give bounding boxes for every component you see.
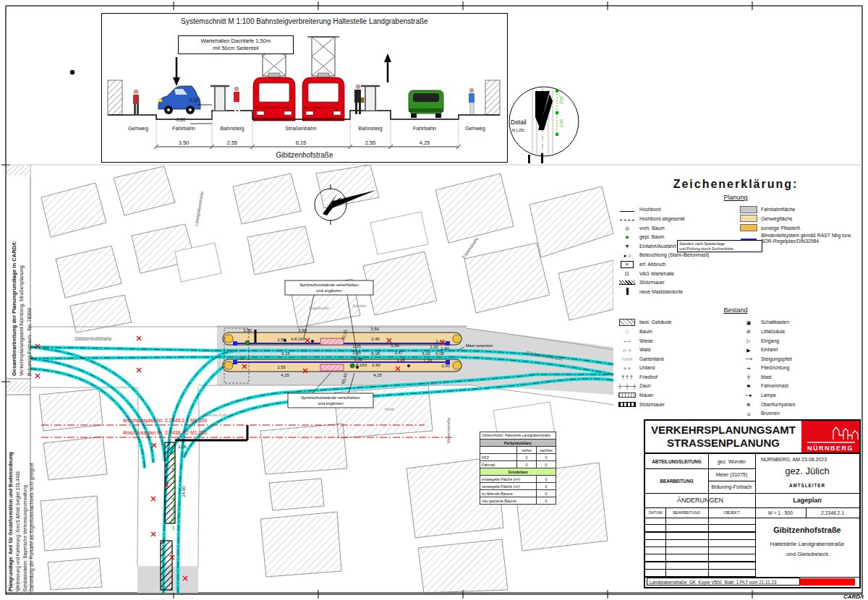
fliessrichtung-icon: ⇝ [736, 366, 761, 371]
cross-section-title: Systemschnitt M 1:100 Bahnsteigverbreite… [102, 17, 507, 25]
legend-item: ┼Mast [736, 373, 856, 382]
building-label-kiosk: Kiosk [385, 407, 394, 411]
einfahrt-icon: ▶ [736, 348, 761, 353]
swatch-fahrbahn [736, 206, 761, 214]
legend-item: Hochbord abgesenkt [615, 215, 736, 224]
table-row: entsiegelte Fläche (m²)0 [480, 476, 556, 483]
legend-item: Fahrbahnfläche [736, 205, 856, 215]
gartenland-icon: ∩∩∩ [615, 356, 639, 361]
sidebar-credits-top: Gesamtbearbeitung der Planungrundlage in… [10, 162, 33, 376]
zone-label: Gehweg [115, 125, 161, 132]
zone-label: Bahnsteig [347, 125, 393, 132]
project-title: Gibitzenhofstraße [755, 526, 859, 534]
mast-bar-icon [615, 288, 639, 296]
svg-text:2,60: 2,60 [372, 363, 380, 367]
street-name: Gibitzenhofstraße [102, 151, 507, 159]
legend-item: † † †Friedhof [615, 373, 736, 382]
legend-item: ▶Einfahrt [736, 346, 856, 355]
street-label-south: Maiernstraße [446, 417, 451, 443]
svg-text:1,35: 1,35 [354, 357, 362, 361]
swatch-pflaster [736, 224, 761, 232]
car-green [409, 90, 443, 118]
table-row: Fahrrad00 [480, 461, 556, 468]
building-icon [615, 319, 639, 327]
aenderungen-empty-rows [645, 518, 755, 577]
branch-platforms [161, 425, 247, 590]
svg-text:3,20: 3,20 [422, 351, 430, 356]
table-header: Gibitzenhofstr. Haltestelle Landgrabenst… [480, 432, 556, 440]
zone-label: Gehweg [452, 125, 498, 132]
svg-text:4,25: 4,25 [373, 373, 382, 377]
steigungspfeil-icon: ⟶ [736, 356, 761, 361]
dimension-value: 6,15 [283, 140, 319, 146]
callout-text: und ergänzen [318, 401, 343, 406]
hydrant-icon: ⊕ [736, 402, 761, 407]
abteilungsleitung-label: ABTEILUNGSLEITUNG [645, 454, 708, 468]
detail-label: Detail [511, 119, 527, 126]
legend-item: ⚑Fahnenmast [736, 382, 856, 391]
tree-dashed-icon: ◌ [615, 328, 639, 335]
friedhof-icon: † † † [615, 374, 639, 380]
building-label-juwelier: Juwelier [352, 304, 367, 308]
street-label-west: Gibitzenhofstraße [75, 336, 112, 341]
legend-item: ▣Schaltkasten [736, 318, 856, 327]
svg-text:2,00: 2,00 [441, 364, 450, 368]
dashed-line-icon [615, 216, 639, 221]
legend-item: ⊕Oberflurhydrant [736, 400, 856, 409]
legend-item: best. Gebäude [615, 318, 736, 327]
project-sub-2: und Gleisdreieck [755, 551, 859, 557]
anschluss-label-1: Anschlussplan Nr. 2.2346.2.1 M1:500 [123, 418, 207, 424]
card-t-credit: CARD/t [843, 593, 864, 600]
pedestrian-figure [469, 88, 475, 114]
tree-outline-icon: ◎ [615, 226, 639, 231]
legend-item: ⟶Steigungspfeil [736, 354, 856, 364]
svg-text:1,06: 1,06 [178, 445, 187, 449]
reference-dot [70, 70, 75, 74]
hatch-bar-icon [615, 280, 639, 286]
fahnenmast-icon: ⚑ [736, 384, 761, 389]
line-icon [615, 207, 639, 213]
legend-item: ┼─┼─┼Zaun [615, 382, 736, 391]
legend: Zeichenerklärung: Planung Hochbord Hochb… [615, 178, 856, 418]
legend-item: – –Wiese [615, 336, 736, 346]
retaining-wall [485, 80, 500, 115]
legend-item: Gehwegfläche [736, 215, 856, 224]
legend-item: neue Maststandorte [615, 287, 736, 296]
svg-text:2,55: 2,55 [277, 365, 286, 369]
table-row: vorhernachher [480, 447, 556, 454]
red-marker-bar [800, 578, 855, 586]
eingang-icon: ▷ [736, 338, 761, 343]
svg-text:1,32: 1,32 [430, 345, 438, 349]
svg-text:4,25: 4,25 [281, 373, 289, 377]
bearbeitung-label: BEARBEITUNG [645, 468, 708, 493]
svg-text:3,65: 3,65 [352, 351, 361, 355]
gepl-baum-note: Standort nach Spartenlage und Prüfung du… [677, 240, 762, 252]
zone-label: Bahnsteig [209, 125, 255, 132]
mauer-icon [615, 393, 639, 398]
cross-section-drawing [102, 14, 506, 160]
litfasssaeule-icon: ⊘ [736, 329, 761, 334]
direction-arrow-down [173, 57, 180, 86]
signature: gez. Jülich [755, 466, 859, 476]
detail-scale: M 1:250 [512, 129, 524, 132]
legend-title: Zeichenerklärung: [615, 178, 856, 191]
mast-note-text: Mast versetzen [466, 343, 493, 348]
table-row: zu fällende Bäume0 [480, 490, 556, 497]
section-header: Parkplatzbilanz [480, 440, 556, 447]
signature-role: AMTSLEITER [755, 483, 859, 488]
zone-label: Straßenbahn [278, 125, 324, 132]
city-date: NÜRNBERG, AM 23.08.2023 [761, 457, 856, 462]
svg-text:3,50: 3,50 [370, 327, 379, 331]
retaining-wall [108, 80, 122, 115]
dimension-value: 2,55 [352, 140, 388, 146]
triangle-icon: ▼ [615, 244, 639, 249]
legend-item: ◌Baum [615, 327, 736, 337]
project-sub-1: Haltestelle Landgrabenstraße [755, 541, 859, 547]
site-plan: Anschlussplan Nr. 2.2346.2.1 M1:500 Ansc… [30, 165, 613, 593]
file-info: Landgrabenstraße_GK_Kopie V500_Blatt_1.P… [647, 578, 800, 586]
wald-icon: ∩ ∩ [615, 348, 639, 353]
svg-text:1,25: 1,25 [352, 344, 361, 348]
scale-value: M = 1 : 500 [755, 507, 806, 518]
legend-item: Stützmauer [615, 400, 736, 409]
agency-name: VERKEHRSPLANUNGSAMT STRASSENPLANUNG [645, 421, 801, 454]
